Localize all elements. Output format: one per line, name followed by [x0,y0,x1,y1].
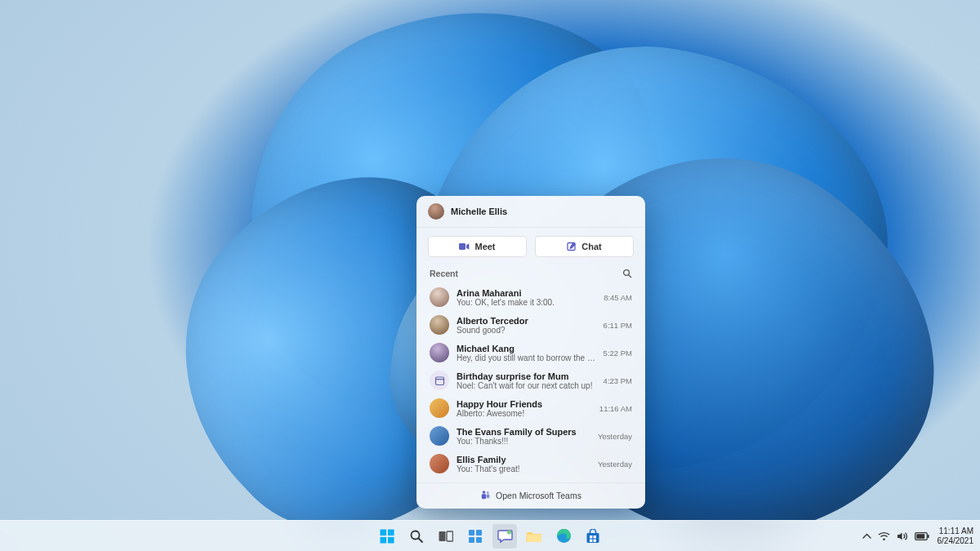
chat-button[interactable]: Chat [535,236,634,257]
avatar [430,287,449,307]
svg-line-3 [629,275,631,278]
conversation-list: Arina Maharani You: OK, let's make it 3:… [416,282,645,482]
search-icon [409,529,424,544]
battery-icon[interactable] [915,532,929,540]
clock[interactable]: 11:11 AM 6/24/2021 [938,527,974,545]
chat-label: Chat [581,242,601,251]
avatar [430,426,449,446]
svg-point-30 [883,538,885,540]
meet-button[interactable]: Meet [428,236,527,257]
chat-icon [497,529,513,544]
svg-rect-10 [381,529,387,535]
time-text: 11:11 AM [938,527,974,536]
list-item[interactable]: Arina Maharani You: OK, let's make it 3:… [421,283,640,311]
contact-name: Happy Hour Friends [457,399,592,409]
edge-button[interactable] [551,524,576,549]
svg-rect-25 [587,533,599,543]
svg-rect-12 [381,536,387,543]
contact-name: Arina Maharani [457,288,596,298]
widgets-icon [468,529,483,544]
avatar [430,315,449,335]
timestamp: 11:16 AM [599,404,632,413]
svg-rect-26 [590,535,592,538]
list-item[interactable]: The Evans Family of Supers You: Thanks!!… [421,422,640,450]
timestamp: 5:22 PM [604,349,632,358]
svg-rect-21 [476,537,482,543]
svg-rect-23 [527,534,541,541]
svg-point-2 [624,270,630,276]
list-item[interactable]: Alberto Tercedor Sound good? 6:11 PM [421,311,640,339]
message-preview: Sound good? [457,326,596,335]
volume-icon[interactable] [897,531,908,541]
message-preview: Alberto: Awesome! [457,409,592,418]
wifi-icon[interactable] [878,531,890,541]
svg-rect-11 [388,529,394,535]
svg-point-7 [487,491,489,494]
svg-rect-4 [435,377,443,385]
message-preview: You: Thanks!!! [457,437,590,446]
taskbar: 11:11 AM 6/24/2021 [0,520,980,551]
avatar [430,398,449,418]
open-teams-link[interactable]: Open Microsoft Teams [416,482,645,509]
timestamp: 6:11 PM [604,321,632,330]
list-item[interactable]: Happy Hour Friends Alberto: Awesome! 11:… [421,394,640,422]
avatar [430,454,449,473]
task-view-button[interactable] [434,524,458,549]
meet-label: Meet [474,242,495,251]
file-explorer-button[interactable] [522,524,546,549]
chevron-up-icon[interactable] [862,533,871,540]
list-item[interactable]: Michael Kang Hey, did you still want to … [421,339,640,367]
list-item[interactable]: Ellis Family You: That's great! Yesterda… [421,450,640,478]
message-preview: You: That's great! [457,464,590,473]
timestamp: Yesterday [598,460,632,469]
current-user-name: Michelle Ellis [451,207,507,216]
chat-taskbar-button[interactable] [492,524,517,549]
action-row: Meet Chat [416,228,645,262]
task-view-icon [439,530,453,543]
widgets-button[interactable] [463,524,488,549]
message-preview: Noel: Can't wait for our next catch up! [457,381,596,390]
video-icon [459,242,470,251]
svg-rect-28 [590,539,592,541]
flyout-header: Michelle Ellis [416,196,645,228]
svg-rect-32 [928,535,929,538]
search-button[interactable] [404,524,429,549]
compose-icon [567,242,577,251]
contact-name: Alberto Tercedor [457,316,596,326]
contact-name: Ellis Family [457,455,590,464]
svg-rect-16 [439,531,446,541]
search-icon[interactable] [622,269,632,278]
avatar [430,343,449,362]
avatar [428,203,444,220]
svg-rect-9 [487,495,490,499]
store-button[interactable] [581,524,605,549]
svg-rect-19 [476,530,482,535]
open-teams-label: Open Microsoft Teams [496,491,581,500]
svg-point-22 [506,530,510,534]
timestamp: Yesterday [598,432,632,441]
timestamp: 4:23 PM [604,376,632,385]
taskbar-center [375,524,605,549]
timestamp: 8:45 AM [604,293,632,302]
calendar-icon [430,371,449,390]
svg-point-6 [483,491,486,494]
contact-name: Birthday surprise for Mum [457,371,596,381]
teams-icon [480,490,491,500]
contact-name: The Evans Family of Supers [457,427,590,437]
svg-line-15 [419,538,423,542]
date-text: 6/24/2021 [938,536,974,546]
list-item[interactable]: Birthday surprise for Mum Noel: Can't wa… [421,367,640,394]
recent-heading: Recent [430,269,458,278]
svg-rect-0 [459,243,466,250]
svg-rect-13 [388,536,394,543]
svg-rect-33 [916,534,924,539]
start-button[interactable] [375,524,399,549]
svg-rect-8 [482,494,486,499]
svg-rect-27 [594,535,596,538]
svg-rect-18 [469,530,474,535]
system-tray: 11:11 AM 6/24/2021 [862,527,974,545]
svg-rect-17 [447,531,453,541]
message-preview: Hey, did you still want to borrow the no… [457,353,596,362]
store-icon [586,529,600,544]
message-preview: You: OK, let's make it 3:00. [457,298,596,307]
